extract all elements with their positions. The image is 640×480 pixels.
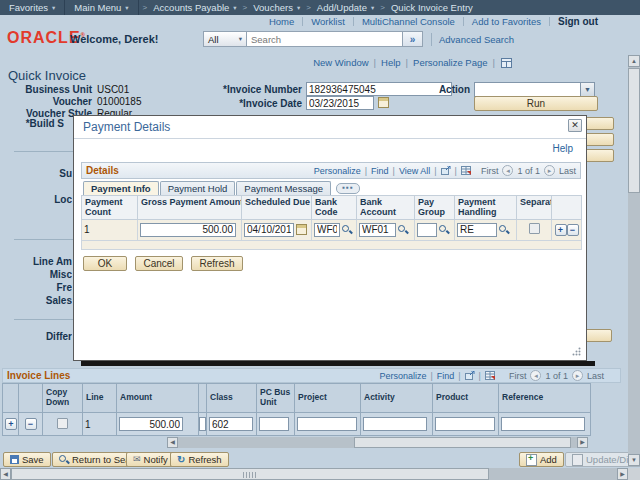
prev-page-icon[interactable]: ◂ (530, 370, 541, 381)
reference-input[interactable] (501, 417, 585, 431)
download-grid-icon[interactable] (485, 371, 495, 380)
resize-handle[interactable] (572, 347, 581, 356)
lookup-icon[interactable] (499, 225, 509, 235)
new-window-link[interactable]: New Window (313, 57, 368, 68)
search-input[interactable] (247, 31, 403, 47)
multichannel-console-link[interactable]: MultiChannel Console (362, 16, 455, 27)
search-go-button[interactable]: » (403, 31, 423, 47)
bank-account-input[interactable] (359, 223, 396, 237)
add-row-button[interactable]: + (555, 224, 567, 236)
voucher-value: 01000185 (97, 96, 142, 107)
add-to-favorites-link[interactable]: Add to Favorites (472, 16, 541, 27)
lookup-icon[interactable] (439, 225, 449, 235)
favorites-menu[interactable]: Favorites ▾ (0, 0, 64, 15)
lookup-icon[interactable] (342, 225, 352, 235)
amount-input[interactable] (119, 417, 183, 431)
invoice-lines-scrollbar-thumb[interactable] (354, 437, 571, 448)
modal-title: Payment Details (83, 120, 170, 134)
nav-first-label[interactable]: First (481, 166, 499, 176)
modal-help-link[interactable]: Help (552, 143, 573, 154)
add-button[interactable]: Add (519, 452, 564, 467)
details-view-all-link[interactable]: View All (399, 166, 430, 176)
activity-input[interactable] (363, 417, 427, 431)
refresh-button[interactable]: ↻ Refresh (170, 452, 229, 467)
invoice-date-input[interactable] (306, 96, 374, 110)
separate-checkbox[interactable] (529, 223, 540, 234)
invoice-lines-personalize-link[interactable]: Personalize (379, 371, 426, 381)
run-button[interactable]: Run (474, 96, 598, 111)
col-amount: Amount (117, 384, 199, 413)
home-link[interactable]: Home (269, 16, 294, 27)
breadcrumb-vouchers[interactable]: Vouchers ▾ (251, 0, 302, 15)
notify-label: Notify (144, 454, 168, 465)
prev-page-icon[interactable]: ◂ (502, 165, 513, 176)
invoice-lines-find-link[interactable]: Find (437, 371, 455, 381)
chevron-down-icon: ▾ (239, 35, 242, 43)
cancel-button[interactable]: Cancel (135, 256, 183, 271)
nav-last-label[interactable]: Last (587, 371, 604, 381)
help-link[interactable]: Help (381, 57, 401, 68)
breadcrumb-accounts-payable[interactable]: Accounts Payable ▾ (151, 0, 238, 15)
add-row-button[interactable]: + (5, 418, 17, 430)
copy-down-checkbox[interactable] (57, 418, 68, 429)
scroll-right-icon[interactable]: ▶ (577, 437, 588, 448)
delete-row-button[interactable]: − (25, 418, 37, 430)
details-personalize-link[interactable]: Personalize (314, 166, 361, 176)
nav-last-label[interactable]: Last (559, 166, 576, 176)
popout-icon[interactable] (465, 371, 475, 380)
divider (353, 17, 354, 26)
http-layout-icon[interactable] (501, 58, 512, 68)
tab-payment-hold[interactable]: Payment Hold (160, 181, 236, 195)
gross-payment-amount-input[interactable] (140, 223, 236, 237)
calendar-icon[interactable] (378, 97, 389, 108)
crumb-label: Accounts Payable (153, 2, 229, 13)
col-bank-account: Bank Account (357, 196, 415, 220)
scroll-right-icon[interactable]: ▶ (617, 468, 628, 480)
close-icon[interactable]: ✕ (568, 119, 582, 132)
refresh-button-modal[interactable]: Refresh (191, 256, 243, 271)
next-page-icon[interactable]: ▸ (544, 165, 555, 176)
pc-bus-unit-input[interactable] (259, 417, 289, 431)
pay-group-input[interactable] (417, 223, 437, 237)
advanced-search-link[interactable]: Advanced Search (439, 34, 514, 45)
main-menu[interactable]: Main Menu ▾ (65, 0, 137, 15)
nav-first-label[interactable]: First (509, 371, 527, 381)
breadcrumb-add-update[interactable]: Add/Update ▾ (315, 0, 376, 15)
bank-code-input[interactable] (314, 223, 340, 237)
tab-payment-info[interactable]: Payment Info (83, 181, 159, 195)
calendar-icon[interactable] (296, 224, 307, 235)
next-page-icon[interactable]: ▸ (572, 370, 583, 381)
worklist-link[interactable]: Worklist (311, 16, 345, 27)
action-select[interactable]: ▼ (474, 82, 595, 97)
delete-row-button[interactable]: − (567, 224, 579, 236)
lookup-icon[interactable] (398, 225, 408, 235)
tab-payment-message[interactable]: Payment Message (236, 181, 331, 195)
col-pay-group: Pay Group (415, 196, 455, 220)
scroll-left-icon[interactable]: ◀ (0, 468, 11, 480)
scroll-down-icon[interactable]: ▼ (628, 454, 640, 466)
show-all-columns-icon[interactable]: ▪▪▪ (336, 183, 360, 194)
download-grid-icon[interactable] (461, 166, 471, 175)
personalize-page-link[interactable]: Personalize Page (413, 57, 487, 68)
location-label-fragment: Loc (0, 194, 72, 205)
sign-out-link[interactable]: Sign out (558, 16, 598, 27)
project-input[interactable] (297, 417, 357, 431)
scheduled-due-input[interactable] (244, 223, 294, 237)
save-button[interactable]: Save (3, 452, 51, 467)
horizontal-scrollbar-thumb[interactable] (11, 468, 489, 480)
notify-button[interactable]: ✉ Notify (126, 452, 175, 467)
popout-icon[interactable] (441, 166, 451, 175)
search-scope-select[interactable]: All ▾ (203, 31, 247, 47)
details-find-link[interactable]: Find (371, 166, 389, 176)
product-input[interactable] (435, 417, 495, 431)
search-bar: All ▾ » Advanced Search (203, 31, 514, 47)
ok-button[interactable]: OK (83, 256, 127, 271)
favorites-label: Favorites (9, 2, 48, 13)
breadcrumb: Favorites ▾ Main Menu ▾ > Accounts Payab… (0, 0, 640, 15)
scroll-up-icon[interactable]: ▲ (628, 55, 640, 67)
class-input[interactable] (209, 417, 253, 431)
vertical-scrollbar-thumb[interactable] (628, 68, 640, 193)
scroll-left-icon[interactable]: ◀ (167, 437, 178, 448)
payment-handling-input[interactable] (457, 223, 497, 237)
breadcrumb-separator: > (380, 3, 385, 12)
